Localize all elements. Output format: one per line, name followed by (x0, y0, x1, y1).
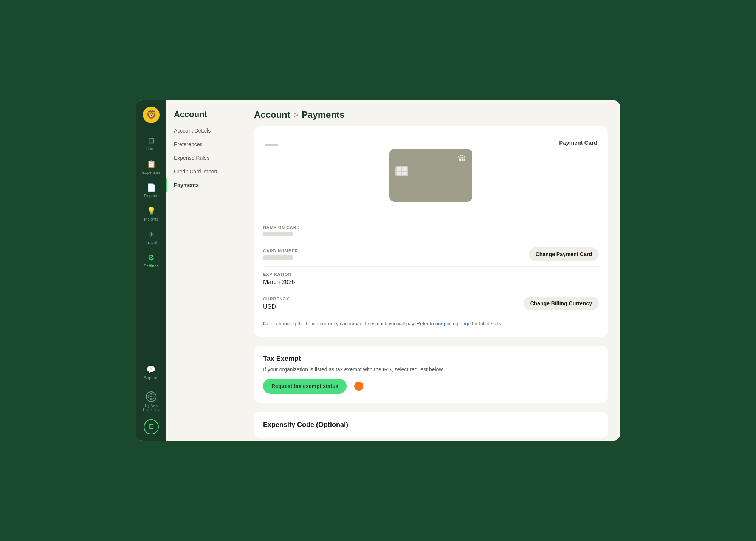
nav-item-credit-card-import[interactable]: Credit Card Import (166, 165, 242, 178)
name-on-card-placeholder (263, 232, 293, 236)
nav-label-account-details: Account Details (174, 128, 211, 134)
scroll-indicator-area: Payment Card (263, 135, 599, 149)
pricing-page-link[interactable]: our pricing page (435, 321, 471, 326)
card-number-label: CARD NUMBER (263, 249, 298, 253)
secondary-sidebar: Account Account Details Preferences Expe… (166, 100, 242, 441)
currency-label: CURRENCY (263, 297, 289, 301)
avatar-letter: E (149, 423, 153, 431)
support-icon: 💬 (146, 365, 156, 374)
tax-exempt-description: If your organization is listed as tax ex… (263, 366, 599, 373)
change-billing-currency-button[interactable]: Change Billing Currency (524, 297, 599, 310)
sidebar-label-home: Home (146, 147, 156, 151)
sidebar-item-support[interactable]: 💬 Support (140, 361, 162, 384)
expensify-code-title: Expensify Code (Optional) (263, 421, 599, 429)
note-prefix: Note: changing the billing currency can … (263, 321, 435, 326)
nav-item-payments[interactable]: Payments (166, 178, 242, 192)
currency-value: USD (263, 303, 289, 310)
scroll-indicator (265, 144, 278, 146)
travel-icon: ✈ (148, 230, 155, 239)
app-logo[interactable]: 🦁 (143, 107, 160, 123)
sidebar-label-expenses: Expenses (142, 170, 160, 175)
settings-icon: ⚙ (148, 253, 155, 262)
nav-label-payments: Payments (174, 182, 199, 188)
secondary-nav-title: Account (174, 110, 207, 119)
sidebar-label-support: Support (144, 376, 159, 380)
try-new-icon: Ⓔ (146, 391, 156, 402)
card-number-row: CARD NUMBER Change Payment Card (263, 247, 599, 261)
breadcrumb-parent: Account (254, 110, 290, 120)
sidebar-label-try-new: Try NewExpensify (143, 403, 159, 412)
name-on-card-label: NAME ON CARD (263, 225, 599, 230)
sidebar-item-try-new[interactable]: Ⓔ Try NewExpensify (140, 388, 162, 416)
reports-icon: 📄 (147, 183, 156, 192)
currency-row: CURRENCY USD Change Billing Currency (263, 297, 599, 310)
breadcrumb: Account > Payments (254, 110, 608, 120)
note-suffix: for full details. (471, 321, 502, 326)
nav-item-account-details[interactable]: Account Details (166, 124, 242, 138)
payment-card-section-title: Payment Card (559, 139, 597, 146)
sidebar-item-travel[interactable]: ✈ Travel (136, 226, 166, 249)
expiration-value: March 2026 (263, 279, 599, 286)
card-chip (395, 166, 408, 176)
sidebar-item-expenses[interactable]: 📋 Expenses (136, 156, 166, 178)
nav-item-expense-rules[interactable]: Expense Rules (166, 151, 242, 165)
change-payment-card-button[interactable]: Change Payment Card (529, 247, 599, 261)
content-area: Payment Card 🏛 (242, 126, 620, 441)
sidebar-label-reports: Reports (144, 193, 159, 198)
sidebar-label-travel: Travel (146, 240, 157, 245)
user-avatar[interactable]: E (144, 419, 159, 434)
notification-dot (354, 382, 363, 391)
nav-label-credit-card-import: Credit Card Import (174, 168, 217, 175)
expiration-label: EXPIRATION (263, 272, 599, 277)
name-on-card-group: NAME ON CARD (263, 220, 599, 242)
card-number-left: CARD NUMBER (263, 249, 298, 260)
bank-icon: 🏛 (457, 154, 466, 165)
currency-left: CURRENCY USD (263, 297, 289, 310)
breadcrumb-current: Payments (302, 110, 344, 120)
sidebar-item-reports[interactable]: 📄 Reports (136, 179, 166, 202)
nav-label-expense-rules: Expense Rules (174, 155, 209, 161)
expenses-icon: 📋 (147, 159, 156, 168)
tax-exempt-section: Tax Exempt If your organization is liste… (254, 346, 608, 403)
sidebar-item-home[interactable]: ⊟ Home (136, 132, 166, 155)
sidebar-label-settings: Settings (144, 264, 159, 268)
logo-emoji: 🦁 (146, 110, 156, 120)
breadcrumb-separator: > (293, 110, 299, 120)
card-number-group: CARD NUMBER Change Payment Card (263, 242, 599, 267)
nav-item-preferences[interactable]: Preferences (166, 138, 242, 151)
expensify-code-section: Expensify Code (Optional) (254, 412, 608, 438)
sidebar-item-insights[interactable]: 💡 Insights (136, 202, 166, 225)
home-icon: ⊟ (148, 136, 155, 145)
nav-label-preferences: Preferences (174, 141, 202, 147)
credit-card-visual: 🏛 (389, 149, 472, 202)
card-details: NAME ON CARD CARD NUMBER Change Payment … (263, 220, 599, 315)
request-tax-exempt-button[interactable]: Request tax exempt status (263, 379, 347, 394)
main-content: Account > Payments Payment Card 🏛 (242, 100, 620, 441)
main-sidebar: 🦁 ⊟ Home 📋 Expenses 📄 Reports 💡 Insights… (136, 100, 166, 441)
sidebar-item-settings[interactable]: ⚙ Settings (136, 249, 166, 272)
tax-exempt-title: Tax Exempt (263, 355, 599, 363)
insights-icon: 💡 (147, 206, 156, 215)
sidebar-label-insights: Insights (144, 217, 158, 221)
payment-card-section: Payment Card 🏛 (254, 126, 608, 337)
expiration-group: EXPIRATION March 2026 (263, 267, 599, 291)
page-header: Account > Payments (242, 100, 620, 126)
currency-group: CURRENCY USD Change Billing Currency (263, 291, 599, 315)
card-number-placeholder (263, 255, 293, 260)
billing-note: Note: changing the billing currency can … (263, 320, 599, 328)
